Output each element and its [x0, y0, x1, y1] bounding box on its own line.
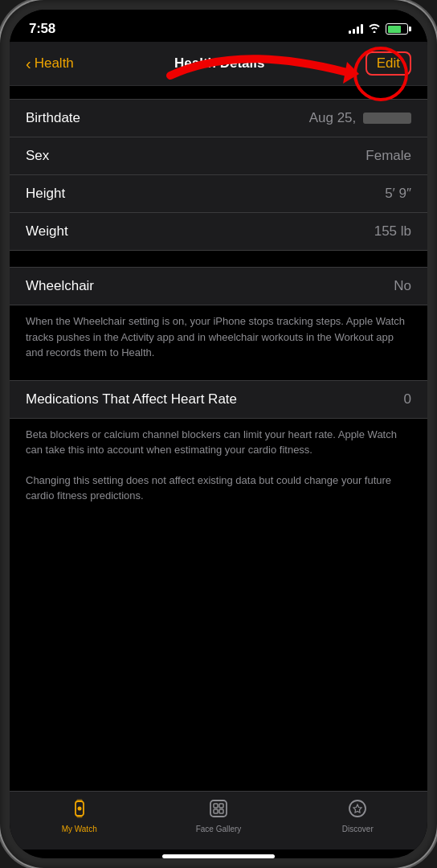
birthdate-label: Birthdate [26, 110, 80, 126]
birthdate-value: Aug 25, [309, 110, 411, 126]
back-label: Health [35, 55, 74, 72]
sex-label: Sex [26, 148, 49, 164]
tab-discover[interactable]: Discover [288, 798, 427, 833]
content-area: Birthdate Aug 25, Sex Female Height 5′ 9… [10, 86, 427, 791]
home-indicator [162, 854, 275, 858]
wheelchair-note: When the Wheelchair setting is on, your … [10, 305, 427, 372]
medications-value: 0 [404, 391, 411, 407]
status-bar: 7:58 [10, 10, 427, 42]
battery-icon [386, 23, 408, 35]
tab-my-watch-label: My Watch [62, 825, 97, 833]
health-details-section: Birthdate Aug 25, Sex Female Height 5′ 9… [10, 99, 427, 251]
edit-wrapper: Edit [366, 51, 411, 76]
signal-icon [349, 24, 363, 34]
weight-label: Weight [26, 223, 68, 240]
tab-face-gallery[interactable]: Face Gallery [149, 798, 288, 833]
edit-button[interactable]: Edit [366, 51, 411, 76]
discover-icon [347, 798, 368, 822]
svg-point-5 [77, 807, 81, 811]
medications-note1: Beta blockers or calcium channel blocker… [10, 419, 427, 469]
svg-rect-4 [76, 816, 82, 818]
birthdate-row: Birthdate Aug 25, [10, 100, 427, 137]
svg-rect-8 [219, 804, 223, 808]
tab-my-watch[interactable]: My Watch [10, 798, 149, 833]
wheelchair-label: Wheelchair [26, 278, 94, 294]
tab-bar: My Watch Face Gallery [10, 791, 427, 850]
tab-face-gallery-label: Face Gallery [196, 825, 242, 833]
weight-value: 155 lb [374, 223, 411, 240]
chevron-left-icon: ‹ [26, 55, 31, 73]
height-row: Height 5′ 9″ [10, 175, 427, 213]
redacted-bar [363, 113, 411, 124]
svg-rect-10 [219, 809, 223, 813]
medications-note2: Changing this setting does not affect ex… [10, 469, 427, 515]
svg-rect-9 [214, 809, 218, 813]
sex-row: Sex Female [10, 137, 427, 175]
wheelchair-row[interactable]: Wheelchair No [10, 268, 427, 305]
watch-icon [69, 798, 90, 822]
weight-row: Weight 155 lb [10, 213, 427, 250]
status-icons [349, 23, 408, 35]
height-value: 5′ 9″ [385, 186, 411, 202]
svg-point-11 [349, 800, 366, 817]
page-title: Health Details [174, 55, 264, 72]
svg-rect-7 [214, 804, 218, 808]
sex-value: Female [366, 148, 411, 164]
tab-discover-label: Discover [342, 825, 374, 833]
medications-row[interactable]: Medications That Affect Heart Rate 0 [10, 381, 427, 418]
medications-section: Medications That Affect Heart Rate 0 [10, 380, 427, 419]
nav-bar: ‹ Health Health Details Edit [10, 42, 427, 86]
back-button[interactable]: ‹ Health [26, 55, 74, 73]
wifi-icon [368, 23, 381, 35]
face-gallery-icon [208, 798, 229, 822]
svg-rect-3 [76, 800, 82, 802]
phone-screen: 7:58 [10, 10, 427, 858]
height-label: Height [26, 186, 65, 202]
status-time: 7:58 [29, 21, 55, 37]
svg-rect-6 [210, 800, 227, 817]
wheelchair-value: No [394, 278, 411, 294]
medications-label: Medications That Affect Heart Rate [26, 391, 237, 407]
phone-frame: 7:58 [0, 0, 437, 868]
wheelchair-section: Wheelchair No [10, 267, 427, 305]
